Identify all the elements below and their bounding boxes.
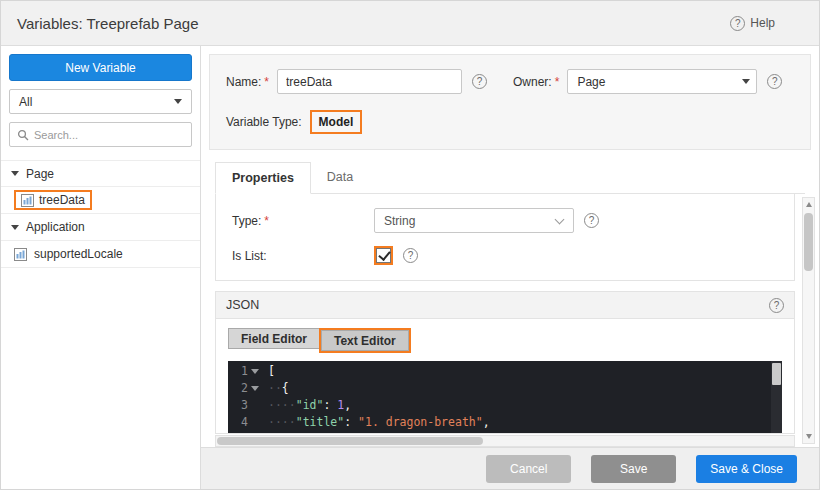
collapse-arrow-icon <box>11 171 19 176</box>
triangle-down-icon <box>806 434 812 439</box>
tab-properties[interactable]: Properties <box>215 162 311 194</box>
fold-arrow-icon[interactable] <box>251 367 260 376</box>
code-editor[interactable]: 1 [ 2 ··{ 3 ····"id": 1, <box>228 361 782 433</box>
select-arrow <box>736 70 756 93</box>
json-help-icon[interactable]: ? <box>769 298 784 313</box>
variables-dialog: Variables: Treeprefab Page ? Help New Va… <box>0 0 820 490</box>
help-label: Help <box>750 16 775 30</box>
horizontal-scrollbar[interactable] <box>215 435 795 447</box>
editor-mode-toggle: Field Editor Text Editor <box>228 328 411 353</box>
required-marker: * <box>264 214 269 228</box>
line-number: 4 <box>241 414 248 431</box>
tree-group-label: Page <box>26 167 54 181</box>
name-label: Name:* <box>226 75 269 89</box>
variable-icon <box>14 248 27 261</box>
cancel-button[interactable]: Cancel <box>486 455 571 483</box>
required-marker: * <box>555 75 560 89</box>
scrollbar-thumb[interactable] <box>804 213 813 271</box>
is-list-help-icon[interactable]: ? <box>403 248 418 263</box>
code-line: 3 ····"id": 1, <box>228 397 782 414</box>
text-editor-button[interactable]: Text Editor <box>321 330 409 351</box>
type-selected-value: String <box>384 214 415 228</box>
line-number: 3 <box>241 397 248 414</box>
filter-selected-value: All <box>19 95 32 109</box>
type-help-icon[interactable]: ? <box>584 213 599 228</box>
vertical-scrollbar[interactable] <box>802 197 815 444</box>
tree-group-application[interactable]: Application <box>1 214 200 241</box>
fold-arrow-icon[interactable] <box>251 384 260 393</box>
help-icon: ? <box>730 16 745 31</box>
owner-selected-value: Page <box>577 75 605 89</box>
tree-item-label: supportedLocale <box>34 247 123 261</box>
properties-panel: Type:* String ? Is List: <box>215 194 795 281</box>
search-icon <box>17 129 29 141</box>
main-area: Name:* ? Owner:* Page ? Variable Type: M… <box>201 46 819 489</box>
collapse-arrow-icon <box>11 225 19 230</box>
triangle-up-icon <box>806 202 812 207</box>
scrollbar-thumb[interactable] <box>217 437 483 445</box>
save-close-button[interactable]: Save & Close <box>696 455 797 483</box>
type-label: Type:* <box>232 214 374 228</box>
save-button[interactable]: Save <box>591 455 676 483</box>
required-marker: * <box>264 75 269 89</box>
owner-help-icon[interactable]: ? <box>767 74 782 89</box>
chevron-down-icon <box>555 214 565 224</box>
line-number: 2 <box>241 380 248 397</box>
name-help-icon[interactable]: ? <box>472 74 487 89</box>
sidebar: New Variable All Page <box>1 46 201 489</box>
json-panel-title: JSON <box>226 298 259 312</box>
is-list-label: Is List: <box>232 249 374 263</box>
name-input[interactable] <box>277 69 462 94</box>
new-variable-button[interactable]: New Variable <box>9 54 192 81</box>
search-input[interactable] <box>34 129 184 141</box>
variable-icon <box>21 194 34 207</box>
tree-item-treedata[interactable]: treeData <box>1 187 200 214</box>
owner-label: Owner:* <box>513 75 559 89</box>
json-panel: JSON ? Field Editor Text Editor <box>215 291 795 434</box>
annotation-box: treeData <box>14 190 92 210</box>
annotation-box <box>374 246 393 265</box>
search-box <box>9 122 192 147</box>
annotation-box: Text Editor <box>319 328 411 353</box>
annotation-box: Model <box>310 110 363 134</box>
header: Variables: Treeprefab Page ? Help <box>1 1 819 46</box>
code-line: 4 ····"title": "1. dragon-breath", <box>228 414 782 431</box>
variable-tree: Page treeData Applicati <box>1 160 200 268</box>
line-number: 1 <box>241 363 248 380</box>
tree-group-page[interactable]: Page <box>1 160 200 187</box>
variable-form: Name:* ? Owner:* Page ? Variable Type: M… <box>209 54 811 150</box>
scroll-area: Type:* String ? Is List: <box>201 194 819 447</box>
help-button[interactable]: ? Help <box>730 16 775 31</box>
chevron-down-icon <box>742 79 750 84</box>
code-line: 2 ··{ <box>228 380 782 397</box>
type-select[interactable]: String <box>374 208 574 233</box>
scrollbar-thumb[interactable] <box>772 363 781 385</box>
variable-type-label: Variable Type: <box>226 115 302 129</box>
json-panel-header: JSON ? <box>216 292 794 319</box>
tabs: Properties Data <box>215 162 805 194</box>
chevron-down-icon <box>174 99 182 104</box>
code-line: 1 [ <box>228 363 782 380</box>
tree-group-label: Application <box>26 220 85 234</box>
owner-select[interactable]: Page <box>567 69 757 94</box>
scroll-up-button[interactable] <box>802 198 815 211</box>
tree-item-supportedlocale[interactable]: supportedLocale <box>1 241 200 268</box>
properties-content: Type:* String ? Is List: <box>215 194 795 447</box>
tree-item-label: treeData <box>39 193 85 207</box>
is-list-checkbox[interactable] <box>376 248 391 263</box>
variable-filter-select[interactable]: All <box>9 89 192 114</box>
tab-data[interactable]: Data <box>311 162 369 193</box>
field-editor-button[interactable]: Field Editor <box>228 328 319 349</box>
page-title: Variables: Treeprefab Page <box>17 15 199 32</box>
footer-actions: Cancel Save Save & Close <box>201 447 819 489</box>
editor-scrollbar[interactable] <box>771 361 782 433</box>
scroll-down-button[interactable] <box>802 430 815 443</box>
variable-type-value: Model <box>319 115 354 129</box>
